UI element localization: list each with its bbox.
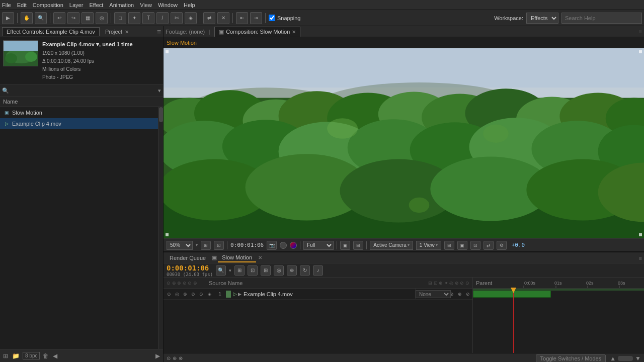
aspect-btn[interactable]: ⊡	[214, 241, 224, 250]
tl-stop[interactable]: ⊕	[287, 265, 297, 276]
project-item-example-clip[interactable]: ▷ Example Clip 4.mov	[0, 118, 163, 129]
selection-tool[interactable]: ▶	[2, 12, 14, 24]
timeline-controls: 0:00:01:06 00030 (24.00 fps) 🔍 ▾ ⊞ ⊡ ⊞ ◎…	[164, 263, 644, 278]
undo-btn[interactable]: ↩	[53, 12, 65, 24]
tl-loop[interactable]: ↻	[300, 265, 310, 276]
workspace-select[interactable]: Effects	[526, 13, 558, 24]
target-btn[interactable]: ◎	[96, 12, 108, 24]
scrollbar-thumb[interactable]	[159, 107, 163, 122]
tl-audio[interactable]: ♪	[313, 265, 323, 276]
menu-composition[interactable]: Composition	[33, 2, 63, 8]
toggle-switches-btn[interactable]: Toggle Switches / Modes	[536, 354, 606, 363]
open-folder-btn[interactable]: 📁	[11, 351, 21, 360]
tab-options-btn[interactable]: ≡	[639, 29, 642, 35]
eraser-tool[interactable]: ◈	[185, 12, 197, 24]
snapshot-btn[interactable]: 📷	[267, 241, 277, 250]
effect-controls-tab[interactable]: Effect Controls: Example Clip 4.mov	[2, 27, 100, 36]
bottom-icon-3[interactable]: ⊗	[179, 355, 183, 361]
solo-btn[interactable]: ⊙	[166, 292, 173, 297]
panel-options-btn[interactable]: ≡	[157, 28, 161, 36]
active-camera-select[interactable]: Active Camera ▾	[370, 241, 413, 250]
tl-play[interactable]: ◎	[274, 265, 284, 276]
collapse-btn[interactable]: ⊙	[198, 292, 205, 297]
align-right-btn[interactable]: ⇥	[250, 12, 262, 24]
menu-effect[interactable]: Effect	[89, 2, 103, 8]
viewer-extra-1[interactable]: ⊞	[444, 241, 454, 250]
channel-btn[interactable]: ▣	[340, 241, 350, 250]
text-tool[interactable]: T	[142, 12, 154, 24]
next-btn[interactable]: ▶	[154, 351, 161, 360]
project-tab-close[interactable]: ✕	[125, 29, 129, 35]
timecode-display[interactable]: 0:00:01:06	[230, 242, 264, 248]
fit-btn[interactable]: ⊞	[201, 241, 211, 250]
quality-select[interactable]: Full Half Third Quarter	[303, 241, 334, 250]
menu-edit[interactable]: Edit	[17, 2, 27, 8]
view-label: 1 View	[420, 242, 435, 248]
snapping-checkbox[interactable]	[269, 15, 275, 21]
project-search-input[interactable]	[11, 87, 158, 94]
menu-view[interactable]: View	[140, 2, 152, 8]
tl-prev-frame[interactable]: ⊞	[234, 265, 245, 276]
layer-expand-arrow[interactable]: ▶	[238, 292, 242, 297]
timeline-scroll-down[interactable]: ▼	[635, 355, 641, 362]
new-comp-btn[interactable]: ⊞	[2, 351, 9, 360]
checkerboard-btn[interactable]: ⊞	[353, 241, 363, 250]
puppet-tool[interactable]: ⇄	[203, 12, 215, 24]
brush-tool[interactable]: /	[156, 12, 169, 24]
rect-tool[interactable]: □	[114, 12, 126, 24]
menu-layer[interactable]: Layer	[69, 2, 84, 8]
layer-name[interactable]: Example Clip 4.mov	[242, 291, 415, 297]
redo-btn[interactable]: ↪	[67, 12, 79, 24]
viewer-extra-4[interactable]: ⇄	[484, 241, 494, 250]
hand-tool[interactable]: ✋	[21, 12, 33, 24]
camera-dropdown-arrow: ▾	[408, 243, 410, 247]
search-options-btn[interactable]: ▾	[158, 87, 161, 94]
zoom-select[interactable]: 50% 100% 25%	[167, 241, 193, 250]
roto-tool[interactable]: ✕	[217, 12, 229, 24]
menu-animation[interactable]: Animation	[109, 2, 134, 8]
project-tab[interactable]: Project ✕	[101, 27, 133, 36]
prev-btn[interactable]: ◀	[52, 351, 58, 360]
bottom-icon-2[interactable]: ⊕	[173, 355, 177, 361]
file-duration: Δ 0:00:10:08, 24.00 fps	[42, 57, 133, 65]
timeline-scroll-up[interactable]: ▲	[610, 355, 616, 362]
clone-tool[interactable]: ✄	[171, 12, 183, 24]
viewer-sep-2	[300, 241, 300, 249]
zoom-tool[interactable]: 🔍	[35, 12, 47, 24]
align-left-btn[interactable]: ⇤	[236, 12, 248, 24]
delete-btn[interactable]: 🗑	[42, 351, 50, 360]
pen-tool[interactable]: ✦	[128, 12, 140, 24]
tl-next-keyframe[interactable]: ⊞	[261, 265, 271, 276]
menu-help[interactable]: Help	[184, 2, 195, 8]
viewer-extra-2[interactable]: ▣	[457, 241, 467, 250]
timeline-options-btn[interactable]: ≡	[639, 255, 642, 261]
slow-motion-timeline-tab[interactable]: Slow Motion	[218, 253, 256, 262]
render-queue-tab[interactable]: Render Queue	[166, 254, 210, 262]
quality-btn[interactable]: ◈	[206, 292, 213, 297]
comp-tab-close[interactable]: ✕	[292, 29, 296, 35]
view-layout-select[interactable]: 1 View ▾	[416, 241, 441, 250]
visibility-btn[interactable]: ◎	[174, 292, 181, 297]
tl-prev-keyframe[interactable]: ⊡	[248, 265, 258, 276]
timeline-timecode[interactable]: 0:00:01:06	[167, 264, 213, 272]
comp-tab-slow-motion[interactable]: ▣ Composition: Slow Motion ✕	[214, 27, 300, 37]
project-item-slow-motion[interactable]: ▣ Slow Motion	[0, 107, 163, 118]
color-btn[interactable]	[290, 242, 297, 249]
breadcrumb-slow-motion[interactable]: Slow Motion	[167, 40, 197, 46]
search-help-input[interactable]	[561, 13, 642, 24]
viewer-content	[164, 48, 644, 238]
viewer-extra-5[interactable]: ⚙	[497, 241, 507, 250]
clip-bar[interactable]	[473, 291, 551, 298]
tl-search-btn[interactable]: 🔍	[216, 265, 226, 276]
project-scrollbar[interactable]	[158, 107, 163, 349]
shy-btn[interactable]: ⊘	[190, 292, 197, 297]
menu-file[interactable]: File	[2, 2, 11, 8]
viewer-extra-3[interactable]: ⊡	[470, 241, 480, 250]
render-btn[interactable]: ▦	[82, 12, 94, 24]
lock-btn[interactable]: ⊗	[182, 292, 189, 297]
menu-window[interactable]: Window	[158, 2, 178, 8]
parent-select[interactable]: None	[416, 290, 451, 298]
timeline-tab-close[interactable]: ✕	[258, 255, 262, 260]
timeline-scrollbar[interactable]	[618, 356, 633, 361]
bottom-icon-1[interactable]: ⊙	[167, 355, 171, 361]
